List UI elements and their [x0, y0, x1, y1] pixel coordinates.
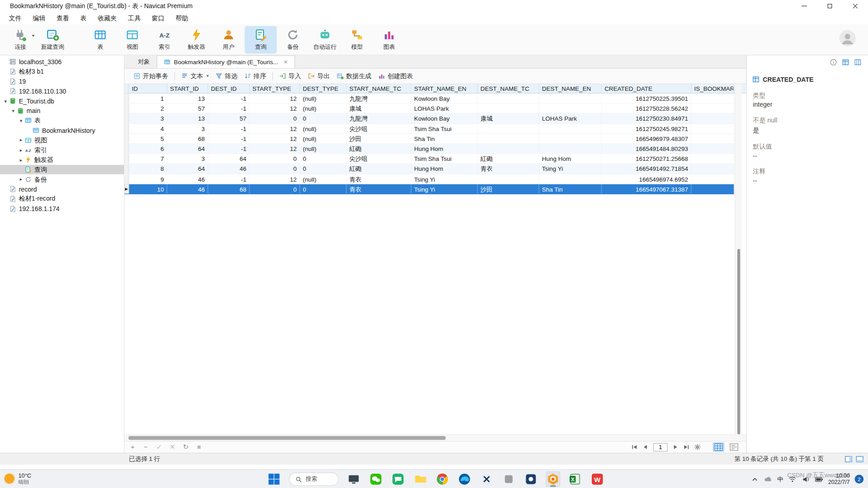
minimize-button[interactable] — [792, 0, 817, 12]
menu-favorites[interactable]: 收藏夹 — [92, 13, 123, 23]
table-row-2[interactable]: 257-112(null)康城LOHAS Park1612750228.5624… — [125, 103, 734, 113]
column-header-DEST_NAME_TC[interactable]: DEST_NAME_TC — [478, 84, 539, 93]
gridbar-data-generation-button[interactable]: 数据生成 — [333, 70, 375, 82]
taskbar-app-app-x[interactable] — [479, 471, 494, 487]
sidebar-item-jiancai3-b1[interactable]: 检材3 b1 — [0, 67, 124, 77]
sidebar-item-main[interactable]: ▾main — [0, 106, 124, 116]
menu-file[interactable]: 文件 — [3, 13, 27, 23]
sidebar-item-e-tourist-db[interactable]: ▾E_Tourist.db — [0, 96, 124, 106]
taskbar-app-app-dark[interactable] — [347, 471, 361, 487]
sidebar-item-19[interactable]: 19 — [0, 76, 124, 86]
table-row-5[interactable]: 568-112(null)沙田Sha Tin1665496979.48307 — [125, 134, 734, 144]
sidebar-item-triggers[interactable]: ▸触发器 — [0, 155, 124, 165]
table-row-10[interactable]: ▶10466800青衣Tsing Yi沙田Sha Tin1665497067.3… — [125, 184, 734, 194]
column-header-DEST_TYPE[interactable]: DEST_TYPE — [300, 84, 347, 93]
expand-arrow-icon[interactable]: ▸ — [18, 137, 24, 143]
sidebar-item-192-168-110-130[interactable]: 192.168.110.130 — [0, 86, 124, 96]
taskbar-app-app-blue[interactable] — [524, 471, 538, 487]
taskbar-app-navicat[interactable] — [546, 471, 560, 487]
toolbar-backup-button[interactable]: 备份 — [277, 26, 309, 53]
avatar[interactable] — [839, 30, 856, 47]
column-header-START_NAME_EN[interactable]: START_NAME_EN — [411, 84, 478, 93]
taskbar-app-wechat[interactable] — [369, 471, 383, 487]
apply-changes-button[interactable]: ✓ — [156, 443, 163, 451]
table-row-1[interactable]: 113-112(null)九龍灣Kowloon Bay1612750225.39… — [125, 94, 734, 103]
gridbar-begin-transaction-button[interactable]: 开始事务 — [130, 70, 172, 82]
table-row-9[interactable]: 946-112(null)青衣Tsing Yi1665496974.6952 — [125, 174, 734, 184]
page-input[interactable] — [653, 443, 668, 451]
sidebar-item-queries[interactable]: 查询 — [0, 164, 124, 174]
expand-arrow-icon[interactable]: ▸ — [18, 157, 24, 162]
table-row-4[interactable]: 43-112(null)尖沙咀Tsim Sha Tsui1612750245.9… — [125, 124, 734, 134]
gridbar-import-button[interactable]: 导入 — [276, 70, 305, 82]
last-record-button[interactable] — [683, 444, 690, 450]
toolbar-automation-button[interactable]: 自动运行 — [309, 26, 341, 53]
menu-view[interactable]: 查看 — [51, 13, 75, 23]
vertical-scrollbar[interactable] — [735, 84, 742, 434]
column-header-DEST_ID[interactable]: DEST_ID — [208, 84, 250, 93]
taskbar-app-wps[interactable]: W — [590, 471, 604, 487]
sidebar-item-backups[interactable]: ▸备份 — [0, 174, 124, 184]
close-button[interactable] — [843, 0, 868, 12]
toolbar-table-button[interactable]: 表 — [84, 26, 116, 53]
taskbar-app-folder[interactable] — [413, 471, 427, 487]
menu-help[interactable]: 帮助 — [170, 13, 194, 23]
toolbar-trigger-button[interactable]: 触发器 — [180, 26, 212, 53]
table-row-8[interactable]: 8644600紅磡Hung Hom青衣Tsing Yi1665491492.71… — [125, 164, 734, 174]
sidebar-item-views[interactable]: ▸视图 — [0, 135, 124, 145]
info-icon[interactable] — [830, 58, 837, 66]
column-header-DEST_NAME_EN[interactable]: DEST_NAME_EN — [539, 84, 602, 93]
menu-window[interactable]: 窗口 — [146, 13, 170, 23]
taskbar-app-chrome[interactable] — [435, 471, 449, 487]
form-view-toggle[interactable] — [728, 443, 739, 452]
delete-record-button[interactable]: − — [142, 443, 150, 451]
gridbar-create-chart-button[interactable]: 创建图表 — [375, 70, 416, 82]
toolbar-query-button[interactable]: 查询 — [245, 26, 277, 53]
object-info-icon[interactable] — [842, 58, 849, 66]
sidebar-item-record[interactable]: record — [0, 184, 124, 194]
menu-table[interactable]: 表 — [75, 13, 92, 23]
start-button[interactable] — [267, 471, 281, 487]
ime-indicator[interactable]: 中 — [777, 475, 783, 483]
add-record-button[interactable]: + — [129, 443, 136, 451]
taskbar-search[interactable]: 搜索 — [289, 473, 339, 486]
sidebar-item-localhost-3306[interactable]: localhost_3306 — [0, 57, 124, 67]
close-tab-icon[interactable]: ✕ — [283, 59, 288, 65]
stop-button[interactable]: ■ — [195, 443, 203, 451]
collapse-arrow-icon[interactable]: ▾ — [2, 98, 9, 103]
taskbar-app-app-gray[interactable] — [501, 471, 516, 487]
gridbar-filter-button[interactable]: 筛选 — [212, 70, 241, 82]
settings-gear-icon[interactable] — [694, 444, 701, 450]
sidebar-item-bookmarknhistory[interactable]: BookmarkNHistory — [0, 126, 124, 136]
next-record-button[interactable] — [672, 444, 679, 450]
toolbar-user-button[interactable]: 用户 — [212, 26, 245, 53]
cloud-icon[interactable] — [764, 475, 772, 483]
maximize-button[interactable] — [817, 0, 842, 12]
collapse-arrow-icon[interactable]: ▾ — [10, 108, 17, 113]
column-header-START_NAME_TC[interactable]: START_NAME_TC — [347, 84, 411, 93]
toolbar-model-button[interactable]: 模型 — [341, 26, 373, 53]
gridbar-sort-button[interactable]: 排序 — [241, 70, 270, 82]
vertical-scrollbar-thumb[interactable] — [737, 249, 740, 434]
tab-bookmarknhistory[interactable]: BookmarkNHistory @main (E_Touris... ✕ — [157, 55, 295, 68]
gridbar-text-button[interactable]: 文本▾ — [178, 70, 212, 82]
discard-changes-button[interactable]: ✕ — [169, 443, 176, 451]
bottom-pane-toggle-icon[interactable] — [856, 455, 863, 462]
column-header-IS_BOOKMARK[interactable]: IS_BOOKMARK — [691, 84, 734, 93]
refresh-button[interactable]: ↻ — [182, 443, 189, 451]
side-pane-toggle-icon[interactable] — [845, 455, 853, 462]
horizontal-scrollbar[interactable] — [125, 434, 746, 441]
taskbar-app-excel[interactable]: X — [568, 471, 582, 487]
sidebar-item-jiancai1-record[interactable]: 检材1-record — [0, 194, 124, 204]
grid-view-toggle[interactable] — [713, 443, 724, 452]
taskbar-app-edge[interactable] — [457, 471, 472, 487]
sidebar-item-tables[interactable]: ▾表 — [0, 116, 124, 126]
toolbar-new-query-button[interactable]: 新建查询 — [37, 26, 69, 53]
notification-badge[interactable]: 2 — [855, 475, 864, 484]
toolbar-view-button[interactable]: 视图 — [116, 26, 148, 53]
expand-arrow-icon[interactable]: ▸ — [18, 177, 24, 182]
table-row-7[interactable]: 736400尖沙咀Tsim Sha Tsui紅磡Hung Hom16127502… — [125, 154, 734, 164]
sidebar-item-192-168-1-174[interactable]: 192.168.1.174 — [0, 204, 124, 214]
chevron-up-icon[interactable] — [750, 475, 759, 483]
tab-objects[interactable]: 对象 — [131, 55, 156, 68]
